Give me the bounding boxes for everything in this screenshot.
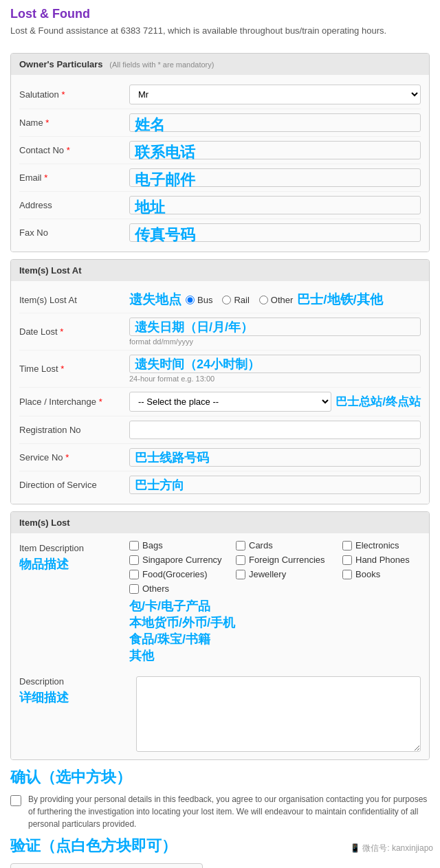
phones-checkbox[interactable] — [342, 555, 352, 565]
salutation-row: Salutation * Mr Mrs Ms Dr — [19, 80, 421, 109]
time-lost-label: Time Lost * — [19, 364, 129, 374]
time-hint: 24-hour format e.g. 13:00 — [129, 375, 421, 383]
radio-bus[interactable]: Bus — [186, 295, 212, 305]
recaptcha-section: I'm not a robot ♻ reCAPTCHA Privacy - Te… — [10, 863, 430, 868]
description-textarea-wrap — [136, 676, 421, 754]
jewellery-label: Jewellery — [249, 569, 286, 579]
name-chinese: 姓名 — [129, 113, 170, 137]
food-checkbox[interactable] — [129, 570, 139, 579]
sgd-label: Singapore Currency — [142, 555, 222, 565]
address-input[interactable] — [129, 196, 421, 214]
item-desc-row: Item Description 物品描述 Bags Cards — [19, 540, 421, 664]
checkbox-food: Food(Groceries) — [129, 569, 236, 579]
checkbox-electronics: Electronics — [342, 540, 430, 550]
date-lost-label: Date Lost * — [19, 326, 129, 337]
address-chinese: 地址 — [129, 196, 170, 219]
items-lost-header: Item(s) Lost — [11, 512, 429, 533]
bags-label: Bags — [142, 540, 163, 550]
owners-form: Salutation * Mr Mrs Ms Dr Name * 姓名 Cont… — [11, 75, 429, 252]
checkbox-row-2: Singapore Currency Foreign Currencies Ha… — [129, 555, 430, 565]
foreign-label: Foreign Currencies — [249, 555, 325, 565]
cards-checkbox[interactable] — [236, 541, 245, 550]
electronics-checkbox[interactable] — [342, 541, 352, 550]
sgd-checkbox[interactable] — [129, 555, 139, 565]
checkbox-books: Books — [342, 569, 430, 579]
date-hint: format dd/mm/yyyy — [129, 337, 421, 346]
checkbox-jewellery: Jewellery — [236, 569, 342, 579]
service-no-chinese: 巴士线路号码 — [129, 448, 214, 467]
confirmation-section: By providing your personal details in th… — [10, 793, 430, 830]
confirmation-checkbox[interactable] — [10, 795, 21, 806]
description-textarea[interactable] — [136, 676, 421, 752]
service-no-label: Service No * — [19, 452, 129, 463]
checkbox-row-4: Others — [129, 583, 430, 594]
bags-checkbox[interactable] — [129, 541, 139, 550]
page-title: Lost & Found — [10, 7, 430, 21]
contact-chinese: 联系电话 — [129, 141, 201, 164]
fax-chinese: 传真号码 — [129, 223, 201, 247]
page-subtitle: Lost & Found assistance at 6383 7211, wh… — [10, 25, 430, 36]
place-select[interactable]: -- Select the place -- — [129, 392, 331, 412]
date-lost-chinese: 遗失日期（日/月/年） — [129, 318, 258, 337]
lost-at-chinese-options: 巴士/地铁/其他 — [297, 291, 383, 309]
salutation-label: Salutation * — [19, 89, 129, 100]
reg-no-row: Registration No — [19, 416, 421, 444]
direction-chinese: 巴士方向 — [129, 476, 190, 495]
direction-label: Direction of Service — [19, 480, 129, 490]
email-row: Email * 电子邮件 — [19, 164, 421, 192]
checkbox-others: Others — [129, 583, 236, 594]
watermark-icon: 📱 — [350, 843, 360, 853]
lost-at-label: Item(s) Lost At — [19, 295, 129, 305]
checkbox-foreign: Foreign Currencies — [236, 555, 342, 565]
name-input[interactable] — [129, 113, 421, 132]
item-desc-label: Item Description 物品描述 — [19, 540, 129, 664]
items-chinese: 包/卡/电子产品 本地货币/外币/手机 食品/珠宝/书籍 其他 — [129, 598, 430, 664]
lost-at-row: Item(s) Lost At 遗失地点 Bus Rail Other 巴士/地… — [19, 287, 421, 313]
name-row: Name * 姓名 — [19, 109, 421, 137]
name-label: Name * — [19, 118, 129, 128]
recaptcha-box: I'm not a robot ♻ reCAPTCHA Privacy - Te… — [10, 863, 203, 868]
address-row: Address 地址 — [19, 192, 421, 219]
radio-other[interactable]: Other — [259, 295, 294, 305]
items-lost-section: Item(s) Lost Item Description 物品描述 Bags … — [10, 511, 430, 760]
page-header: Lost & Found Lost & Found assistance at … — [0, 0, 440, 46]
electronics-label: Electronics — [355, 540, 399, 550]
place-row: Place / Interchange * -- Select the plac… — [19, 388, 421, 416]
food-label: Food(Groceries) — [142, 569, 208, 579]
confirm-chinese: 确认（选中方块） — [10, 767, 430, 788]
checkbox-row-1: Bags Cards Electronics — [129, 540, 430, 550]
cards-label: Cards — [249, 540, 273, 550]
direction-row: Direction of Service 巴士方向 — [19, 471, 421, 498]
fax-row: Fax No 传真号码 — [19, 219, 421, 246]
time-lost-row: Time Lost * 遗失时间（24小时制） 24-hour format e… — [19, 350, 421, 388]
owners-section-header: Owner's Particulars (All fields with * a… — [11, 54, 429, 75]
items-lost-at-section: Item(s) Lost At Item(s) Lost At 遗失地点 Bus… — [10, 259, 430, 504]
items-lost-at-form: Item(s) Lost At 遗失地点 Bus Rail Other 巴士/地… — [11, 281, 429, 504]
email-chinese: 电子邮件 — [129, 168, 201, 192]
date-lost-row: Date Lost * 遗失日期（日/月/年） format dd/mm/yyy… — [19, 313, 421, 350]
salutation-select[interactable]: Mr Mrs Ms Dr — [129, 85, 421, 104]
checkbox-row-3: Food(Groceries) Jewellery Books — [129, 569, 430, 579]
description-label: Description 详细描述 — [19, 676, 129, 754]
checkbox-bags: Bags — [129, 540, 236, 550]
time-lost-chinese: 遗失时间（24小时制） — [129, 355, 265, 374]
foreign-checkbox[interactable] — [236, 555, 245, 565]
owners-particulars-section: Owner's Particulars (All fields with * a… — [10, 53, 430, 252]
reg-no-input[interactable] — [129, 421, 421, 439]
books-label: Books — [355, 569, 380, 579]
checkbox-cards: Cards — [236, 540, 342, 550]
books-checkbox[interactable] — [342, 570, 352, 579]
jewellery-checkbox[interactable] — [236, 570, 245, 579]
place-label: Place / Interchange * — [19, 397, 129, 407]
checkbox-sgd: Singapore Currency — [129, 555, 236, 565]
checkbox-phones: Hand Phones — [342, 555, 430, 565]
others-checkbox[interactable] — [129, 584, 139, 594]
confirmation-text: By providing your personal details in th… — [28, 793, 430, 830]
items-lost-at-header: Item(s) Lost At — [11, 260, 429, 281]
address-label: Address — [19, 200, 129, 210]
radio-rail[interactable]: Rail — [222, 295, 249, 305]
email-label: Email * — [19, 173, 129, 183]
service-no-row: Service No * 巴士线路号码 — [19, 444, 421, 471]
watermark: 📱 微信号: kanxinjiapo — [350, 843, 433, 854]
lost-at-radios: Bus Rail Other — [186, 295, 293, 305]
